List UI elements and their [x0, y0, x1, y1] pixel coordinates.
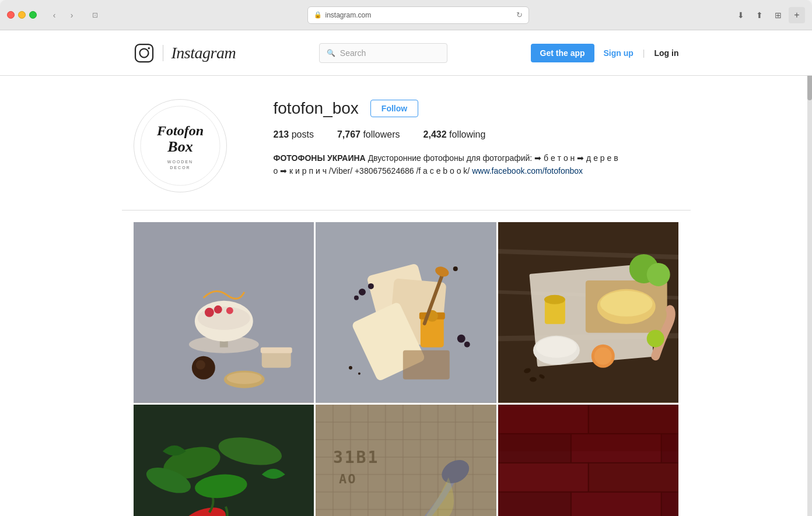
bio-bold: ФОТОФОНЫ УКРАИНА [274, 153, 366, 163]
header-divider: | [643, 48, 645, 58]
address-bar-wrapper: 🔒 instagram.com ↻ [108, 6, 728, 24]
close-button[interactable] [7, 11, 15, 19]
svg-point-15 [226, 307, 233, 314]
photo-2 [316, 222, 496, 403]
svg-text:DECOR: DECOR [170, 166, 190, 170]
followers-stat[interactable]: 7,767 followers [337, 129, 400, 140]
search-wrapper: 🔍 Search [247, 43, 519, 63]
search-bar[interactable]: 🔍 Search [319, 43, 447, 63]
svg-rect-106 [498, 405, 679, 451]
grid-item[interactable]: 31B1 AO [316, 405, 496, 516]
posts-count: 213 [274, 129, 289, 139]
photo-6 [498, 405, 679, 516]
following-label: following [449, 129, 485, 139]
svg-point-38 [358, 373, 360, 375]
svg-point-59 [647, 330, 664, 347]
browser-content: Instagram 🔍 Search Get the app Sign up | [0, 30, 812, 516]
signup-link[interactable]: Sign up [604, 48, 634, 58]
back-button[interactable]: ‹ [46, 7, 62, 23]
svg-point-54 [530, 377, 537, 382]
lock-icon: 🔒 [314, 11, 322, 19]
svg-point-47 [600, 291, 653, 317]
instagram-wordmark: Instagram [172, 44, 236, 62]
follow-button[interactable]: Follow [370, 100, 418, 117]
maximize-button[interactable] [29, 11, 37, 19]
search-placeholder: Search [340, 48, 366, 58]
stats-row: 213 posts 7,767 followers 2,432 followin… [274, 129, 679, 140]
share-button[interactable]: ⬆ [751, 7, 768, 23]
login-link[interactable]: Log in [654, 48, 679, 58]
svg-point-1 [139, 48, 148, 57]
svg-point-35 [464, 342, 470, 347]
instagram-logo[interactable]: Instagram [134, 43, 236, 64]
grid-item[interactable] [134, 405, 314, 516]
posts-stat[interactable]: 213 posts [274, 129, 314, 140]
svg-point-2 [148, 47, 150, 49]
bio-link[interactable]: www.facebook.com/fotofonbox [472, 166, 583, 175]
grid-item[interactable] [316, 222, 496, 403]
avatar-logo-svg: Fotofon Box WOODEN DECOR [139, 105, 221, 187]
avatar-wrapper: Fotofon Box WOODEN DECOR [134, 99, 227, 192]
svg-text:Box: Box [167, 138, 192, 155]
get-app-button[interactable]: Get the app [531, 44, 594, 62]
svg-point-58 [594, 347, 612, 365]
new-tab-button[interactable]: + [789, 7, 805, 23]
header-actions: Get the app Sign up | Log in [531, 44, 679, 62]
svg-point-19 [195, 360, 205, 370]
instagram-header: Instagram 🔍 Search Get the app Sign up | [0, 30, 812, 76]
search-icon: 🔍 [327, 49, 335, 57]
svg-text:Fotofon: Fotofon [156, 123, 203, 138]
svg-point-31 [359, 289, 366, 296]
minimize-button[interactable] [18, 11, 26, 19]
svg-point-21 [226, 373, 261, 384]
photo-5: 31B1 AO [316, 405, 496, 516]
followers-label: followers [363, 129, 400, 139]
browser-titlebar: ‹ › ⊡ 🔒 instagram.com ↻ ⬇ ⬆ ⊞ + [0, 0, 812, 30]
svg-text:AO: AO [339, 472, 356, 486]
grid-item[interactable] [498, 405, 679, 516]
svg-text:WOODEN: WOODEN [167, 160, 192, 164]
scrollbar[interactable] [807, 30, 812, 516]
svg-point-49 [544, 295, 565, 304]
tab-overview-button[interactable]: ⊞ [770, 7, 786, 23]
sidebar-toggle-button[interactable]: ⊡ [87, 7, 103, 23]
photo-grid: 31B1 AO [122, 210, 691, 516]
grid-inner: 31B1 AO [134, 222, 679, 516]
instagram-camera-icon [134, 43, 155, 64]
url-text: instagram.com [326, 11, 372, 19]
svg-point-53 [647, 263, 670, 286]
forward-button[interactable]: › [64, 7, 80, 23]
svg-rect-36 [403, 350, 450, 380]
posts-label: posts [292, 129, 314, 139]
svg-point-51 [536, 337, 577, 358]
avatar: Fotofon Box WOODEN DECOR [134, 99, 227, 192]
svg-point-32 [368, 283, 374, 289]
bio: ФОТОФОНЫ УКРАИНА Двусторонние фотофоны д… [274, 152, 624, 178]
following-count: 2,432 [424, 129, 447, 139]
photo-1 [134, 222, 314, 403]
logo-divider [163, 45, 163, 61]
grid-item[interactable] [134, 222, 314, 403]
svg-point-39 [453, 266, 458, 271]
svg-rect-17 [260, 347, 292, 353]
svg-text:31B1: 31B1 [333, 448, 379, 467]
svg-point-14 [214, 306, 222, 314]
svg-rect-60 [134, 405, 314, 516]
username: fotofon_box [274, 99, 359, 118]
profile-name-row: fotofon_box Follow [274, 99, 679, 118]
photo-4 [134, 405, 314, 516]
nav-buttons: ‹ › [46, 7, 80, 23]
following-stat[interactable]: 2,432 following [424, 129, 486, 140]
svg-point-34 [457, 335, 466, 343]
traffic-lights [7, 11, 37, 19]
profile-info: fotofon_box Follow 213 posts 7,767 [274, 99, 679, 178]
grid-item[interactable] [498, 222, 679, 403]
toolbar-right: ⬇ ⬆ ⊞ + [733, 7, 805, 23]
followers-count: 7,767 [337, 129, 360, 139]
profile-section: Fotofon Box WOODEN DECOR fotofon_box [122, 76, 691, 210]
reload-icon[interactable]: ↻ [516, 10, 523, 19]
address-bar[interactable]: 🔒 instagram.com ↻ [307, 6, 529, 24]
svg-point-37 [349, 366, 352, 370]
svg-point-13 [204, 308, 214, 317]
download-button[interactable]: ⬇ [733, 7, 749, 23]
